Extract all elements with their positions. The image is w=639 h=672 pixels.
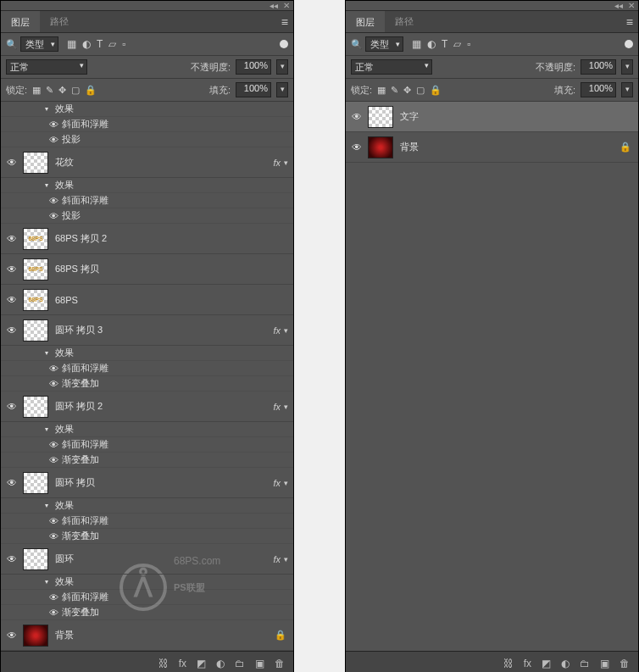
layer-row[interactable]: 👁68PS 拷贝 2 [1,224,293,254]
layer-row[interactable]: 👁背景🔒 [1,620,293,651]
filter-pixel-icon[interactable]: ▦ [412,38,421,50]
effect-row[interactable]: ▾效果 [1,178,293,193]
layer-thumbnail[interactable] [23,548,48,570]
group-icon[interactable]: 🗀 [580,658,590,669]
effect-row[interactable]: 👁斜面和浮雕 [1,361,293,376]
mask-icon[interactable]: ◩ [542,658,551,669]
collapse-icon[interactable]: ◂◂ [269,1,278,10]
triangle-icon[interactable]: ▾ [45,349,55,357]
effect-row[interactable]: 👁投影 [1,132,293,147]
chevron-down-icon[interactable]: ▾ [284,326,288,335]
fill-input[interactable]: 100% [236,82,271,97]
filter-toggle[interactable] [625,40,633,48]
filter-type-icon[interactable]: T [442,38,447,50]
layer-thumbnail[interactable] [368,136,393,158]
effect-row[interactable]: ▾效果 [1,498,293,514]
blend-mode-dropdown[interactable]: 正常 [351,59,432,75]
effect-row[interactable]: 👁斜面和浮雕 [1,590,293,605]
layer-name[interactable]: 圆环 拷贝 3 [55,324,273,336]
delete-icon[interactable]: 🗑 [275,658,285,669]
layer-thumbnail[interactable] [368,106,393,128]
lock-artboard-icon[interactable]: ▢ [416,85,425,96]
effect-row[interactable]: ▾效果 [1,346,293,361]
visibility-icon[interactable]: 👁 [45,455,62,465]
layer-thumbnail[interactable] [23,472,48,494]
fx-icon[interactable]: fx [524,658,531,669]
visibility-icon[interactable]: 👁 [1,553,23,565]
blend-mode-dropdown[interactable]: 正常 [6,59,87,75]
effect-row[interactable]: 👁斜面和浮雕 [1,437,293,453]
visibility-icon[interactable]: 👁 [45,196,62,206]
close-icon[interactable]: ✕ [283,1,290,10]
effect-row[interactable]: 👁斜面和浮雕 [1,514,293,529]
effect-row[interactable]: ▾效果 [1,102,293,117]
triangle-icon[interactable]: ▾ [45,578,55,586]
filter-smart-icon[interactable]: ▫ [122,38,125,50]
visibility-icon[interactable]: 👁 [45,119,62,130]
effect-row[interactable]: 👁渐变叠加 [1,453,293,468]
visibility-icon[interactable]: 👁 [45,364,62,374]
search-icon[interactable]: 🔍 [6,39,18,50]
layer-name[interactable]: 背景 [400,141,620,153]
triangle-icon[interactable]: ▾ [45,181,55,189]
layer-row[interactable]: 👁文字 [346,102,638,132]
layer-row[interactable]: 👁圆环 拷贝fx▾ [1,468,293,498]
layer-thumbnail[interactable] [23,396,48,418]
lock-pixels-icon[interactable]: ✎ [46,85,53,96]
chevron-down-icon[interactable]: ▾ [284,403,288,411]
layer-name[interactable]: 花纹 [55,156,273,169]
layer-row[interactable]: 👁圆环 拷贝 3fx▾ [1,315,293,346]
layer-name[interactable]: 68PS [55,295,293,305]
effect-row[interactable]: ▾效果 [1,575,293,590]
layer-thumbnail[interactable] [23,152,48,174]
layer-name[interactable]: 圆环 [55,553,273,565]
effect-row[interactable]: 👁斜面和浮雕 [1,193,293,208]
opacity-stepper[interactable]: ▾ [621,59,633,75]
visibility-icon[interactable]: 👁 [1,325,23,336]
lock-position-icon[interactable]: ✥ [403,85,411,96]
visibility-icon[interactable]: 👁 [1,294,23,306]
collapse-icon[interactable]: ◂◂ [614,1,623,10]
opacity-input[interactable]: 100% [581,59,616,75]
filter-adjust-icon[interactable]: ◐ [427,38,436,50]
layer-thumbnail[interactable] [23,228,48,250]
delete-icon[interactable]: 🗑 [620,658,630,669]
layer-name[interactable]: 圆环 拷贝 [55,476,273,489]
chevron-down-icon[interactable]: ▾ [284,158,288,167]
visibility-icon[interactable]: 👁 [1,630,23,641]
link-icon[interactable]: ⛓ [503,658,514,669]
effect-row[interactable]: ▾效果 [1,422,293,437]
visibility-icon[interactable]: 👁 [346,142,368,153]
panel-menu-icon[interactable]: ≡ [281,15,288,29]
layer-row[interactable]: 👁圆环 拷贝 2fx▾ [1,392,293,422]
filter-toggle[interactable] [280,40,288,48]
layer-name[interactable]: 背景 [55,629,275,641]
layer-thumbnail[interactable] [23,625,48,647]
visibility-icon[interactable]: 👁 [1,264,23,275]
opacity-input[interactable]: 100% [236,59,271,75]
group-icon[interactable]: 🗀 [235,658,245,669]
layer-name[interactable]: 文字 [400,110,638,123]
triangle-icon[interactable]: ▾ [45,105,55,113]
layer-row[interactable]: 👁圆环fx▾ [1,544,293,575]
layer-name[interactable]: 68PS 拷贝 [55,263,293,275]
filter-type-icon[interactable]: T [97,38,103,50]
filter-type-dropdown[interactable]: 类型 [365,36,403,52]
visibility-icon[interactable]: 👁 [1,233,23,245]
tab-layers[interactable]: 图层 [346,11,385,32]
tab-paths[interactable]: 路径 [40,11,79,32]
chevron-down-icon[interactable]: ▾ [284,555,288,564]
filter-adjust-icon[interactable]: ◐ [82,38,91,50]
effect-row[interactable]: 👁渐变叠加 [1,376,293,392]
effect-row[interactable]: 👁渐变叠加 [1,605,293,620]
filter-smart-icon[interactable]: ▫ [467,38,470,50]
layer-row[interactable]: 👁68PS [1,285,293,315]
adjustment-icon[interactable]: ◐ [561,658,570,669]
effect-row[interactable]: 👁渐变叠加 [1,529,293,544]
effect-row[interactable]: 👁投影 [1,208,293,224]
tab-layers[interactable]: 图层 [1,11,40,32]
new-layer-icon[interactable]: ▣ [255,658,264,669]
visibility-icon[interactable]: 👁 [45,135,62,145]
filter-shape-icon[interactable]: ▱ [108,38,116,50]
visibility-icon[interactable]: 👁 [45,531,62,541]
